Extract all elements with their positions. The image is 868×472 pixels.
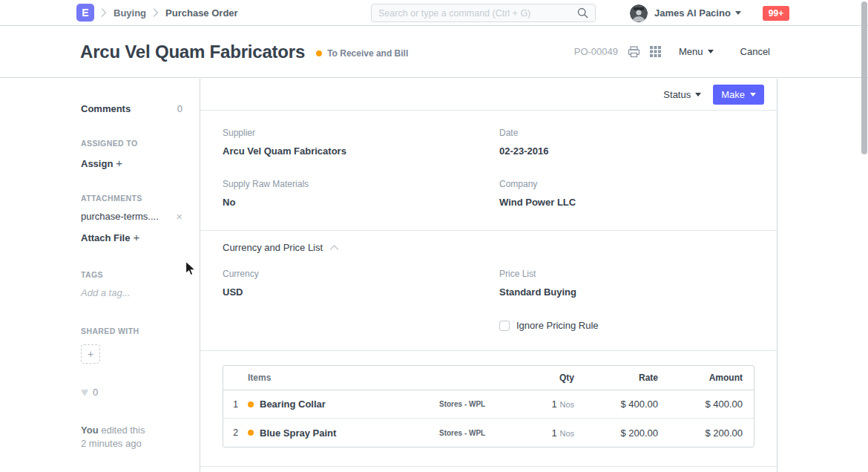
field-date[interactable]: Date 02-23-2016 bbox=[499, 128, 754, 157]
shared-with-heading: SHARED WITH bbox=[81, 327, 183, 335]
cancel-button[interactable]: Cancel bbox=[740, 46, 770, 57]
field-value: Wind Power LLC bbox=[499, 197, 754, 208]
chevron-down-icon bbox=[695, 93, 701, 96]
status-indicator-label: To Receive and Bill bbox=[327, 48, 408, 59]
col-items-header: Items bbox=[248, 373, 439, 383]
page-actions: PO-00049 Menu Cancel bbox=[574, 46, 770, 58]
add-tag-input[interactable]: Add a tag... bbox=[81, 287, 183, 298]
grid-view-icon[interactable] bbox=[650, 46, 661, 57]
status-indicator: To Receive and Bill bbox=[316, 48, 408, 59]
field-currency[interactable]: Currency USD bbox=[223, 269, 477, 298]
section-toggle[interactable]: Currency and Price List bbox=[223, 242, 754, 253]
field-value: 02-23-2016 bbox=[499, 145, 754, 157]
menu-button[interactable]: Menu bbox=[679, 46, 714, 57]
like-count: 0 bbox=[93, 387, 98, 398]
doc-id: PO-00049 bbox=[574, 46, 618, 57]
col-qty-header: Qty bbox=[517, 373, 574, 383]
orange-dot-icon bbox=[248, 430, 254, 436]
comments-link[interactable]: Comments 0 bbox=[81, 103, 183, 114]
page-body: Comments 0 ASSIGNED TO Assign+ ATTACHMEN… bbox=[0, 79, 868, 472]
plus-icon: + bbox=[133, 231, 139, 243]
section-main: Supplier Arcu Vel Quam Fabricators Suppl… bbox=[200, 111, 777, 230]
item-warehouse: Stores - WPL bbox=[439, 400, 517, 408]
orange-dot-icon bbox=[316, 50, 322, 56]
menu-label: Menu bbox=[679, 46, 703, 57]
table-row[interactable]: 2 Blue Spray Paint Stores - WPL 1 Nos $ … bbox=[223, 419, 754, 447]
app-logo[interactable]: E bbox=[76, 4, 94, 22]
field-label: Date bbox=[499, 128, 754, 138]
orange-dot-icon bbox=[248, 401, 254, 407]
field-supply-raw-materials[interactable]: Supply Raw Materials No bbox=[223, 179, 477, 208]
field-label: Company bbox=[499, 179, 754, 189]
user-name-label: James Al Pacino bbox=[654, 7, 731, 19]
status-label: Status bbox=[663, 89, 691, 100]
global-search-bar[interactable] bbox=[371, 4, 596, 22]
assign-button[interactable]: Assign+ bbox=[81, 157, 183, 169]
field-value: USD bbox=[223, 286, 477, 298]
assigned-to-heading: ASSIGNED TO bbox=[81, 139, 183, 148]
field-company[interactable]: Company Wind Power LLC bbox=[499, 179, 754, 208]
search-icon[interactable] bbox=[577, 7, 588, 19]
assign-label: Assign bbox=[81, 158, 113, 169]
item-qty: 1 Nos bbox=[517, 427, 574, 439]
breadcrumb-purchase-order[interactable]: Purchase Order bbox=[165, 7, 238, 19]
field-supplier[interactable]: Supplier Arcu Vel Quam Fabricators bbox=[223, 128, 477, 157]
activity-when: 2 minutes ago bbox=[81, 437, 183, 450]
item-amount: $ 400.00 bbox=[658, 399, 743, 410]
field-label: Supply Raw Materials bbox=[223, 179, 477, 189]
form-toolbar: Status Make bbox=[200, 79, 777, 111]
activity-who: You bbox=[81, 425, 99, 436]
comments-count: 0 bbox=[177, 103, 183, 114]
heart-icon[interactable]: ♥ bbox=[81, 386, 88, 399]
checkbox-icon[interactable] bbox=[499, 321, 510, 331]
item-warehouse: Stores - WPL bbox=[439, 429, 517, 437]
field-label: Currency bbox=[223, 269, 477, 279]
page-title: Arcu Vel Quam Fabricators bbox=[80, 42, 305, 62]
ignore-pricing-rule-checkbox[interactable]: Ignore Pricing Rule bbox=[499, 320, 754, 331]
activity-what: edited this bbox=[99, 425, 145, 436]
user-menu[interactable]: James Al Pacino bbox=[654, 7, 741, 19]
status-dropdown[interactable]: Status bbox=[663, 89, 701, 100]
search-input[interactable] bbox=[378, 8, 577, 19]
row-index: 1 bbox=[223, 399, 248, 410]
section-items: Items Qty Rate Amount 1 Bearing Collar S… bbox=[200, 350, 777, 466]
chevron-down-icon bbox=[750, 93, 756, 96]
attach-file-button[interactable]: Attach File+ bbox=[81, 231, 183, 243]
notifications-badge[interactable]: 99+ bbox=[763, 6, 789, 21]
like-control[interactable]: ♥ 0 bbox=[81, 386, 183, 399]
chevron-up-icon bbox=[329, 244, 339, 251]
section-currency-price-list: Currency and Price List Currency USD Pri… bbox=[200, 230, 777, 350]
col-rate-header: Rate bbox=[574, 373, 658, 383]
close-icon[interactable]: × bbox=[176, 211, 183, 222]
field-value: Standard Buying bbox=[499, 286, 754, 298]
print-icon[interactable] bbox=[628, 46, 640, 58]
field-label: Price List bbox=[499, 269, 754, 279]
section-title: Currency and Price List bbox=[223, 242, 323, 253]
table-row[interactable]: 1 Bearing Collar Stores - WPL 1 Nos $ 40… bbox=[223, 390, 754, 419]
navbar-user-area: James Al Pacino 99+ bbox=[630, 0, 789, 26]
make-label: Make bbox=[721, 89, 745, 100]
form-sidebar: Comments 0 ASSIGNED TO Assign+ ATTACHMEN… bbox=[0, 79, 200, 472]
make-button[interactable]: Make bbox=[713, 85, 764, 105]
plus-icon: + bbox=[116, 157, 122, 169]
form-main: Status Make Supplier Arcu Vel Quam Fabri… bbox=[200, 79, 777, 472]
item-rate: $ 200.00 bbox=[574, 427, 658, 439]
items-table-header: Items Qty Rate Amount bbox=[223, 366, 754, 390]
title-area: Arcu Vel Quam Fabricators To Receive and… bbox=[80, 42, 408, 62]
field-price-list[interactable]: Price List Standard Buying bbox=[499, 269, 754, 298]
breadcrumb-buying[interactable]: Buying bbox=[114, 7, 146, 19]
items-table: Items Qty Rate Amount 1 Bearing Collar S… bbox=[223, 365, 754, 448]
add-share-button[interactable]: + bbox=[81, 344, 100, 364]
chevron-down-icon bbox=[735, 11, 741, 15]
scrollbar[interactable] bbox=[861, 1, 867, 154]
attachment-link[interactable]: purchase-terms.... bbox=[81, 211, 159, 222]
item-amount: $ 200.00 bbox=[658, 427, 743, 439]
avatar[interactable] bbox=[630, 4, 648, 22]
tags-heading: TAGS bbox=[81, 270, 183, 279]
plus-icon: + bbox=[88, 348, 93, 360]
activity-edited: You edited this 2 minutes ago bbox=[81, 424, 183, 450]
field-label: Supplier bbox=[223, 128, 477, 138]
navbar: E Buying Purchase Order James Al Pacino … bbox=[0, 0, 868, 26]
attach-file-label: Attach File bbox=[81, 232, 130, 243]
row-index: 2 bbox=[223, 427, 248, 438]
